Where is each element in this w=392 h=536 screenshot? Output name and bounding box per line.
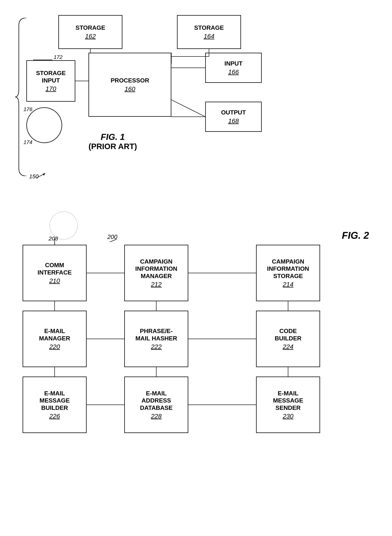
phrasehasher-label: PHRASE/E-MAIL HASHER bbox=[135, 327, 177, 342]
output168-number: 168 bbox=[228, 117, 239, 125]
box-comm210: COMMINTERFACE 210 bbox=[23, 245, 87, 301]
box-input166: INPUT 166 bbox=[205, 53, 262, 83]
codebuilder-label: CODEBUILDER bbox=[275, 327, 301, 342]
fig1-label: FIG. 1 bbox=[89, 132, 137, 142]
indicator-172 bbox=[33, 56, 56, 62]
box-emailmanager220: E-MAILMANAGER 220 bbox=[23, 311, 87, 367]
storage164-label: STORAGE bbox=[194, 24, 224, 31]
processor-label: PROCESSOR bbox=[111, 77, 149, 84]
box-emailaddrdb228: E-MAILADDRESSDATABASE 228 bbox=[124, 377, 188, 433]
campaignmgr-label: CAMPAIGNINFORMATIONMANAGER bbox=[135, 258, 177, 280]
label-176: 176 bbox=[23, 106, 32, 112]
emailaddrdb-number: 228 bbox=[151, 412, 162, 420]
box-processor160: PROCESSOR 160 bbox=[89, 53, 171, 117]
campinfostorage-number: 214 bbox=[283, 281, 294, 288]
phrasehasher-number: 222 bbox=[151, 343, 162, 350]
arrow-150 bbox=[37, 172, 48, 180]
fig1-sub: (PRIOR ART) bbox=[89, 142, 137, 151]
comm210-label: COMMINTERFACE bbox=[37, 261, 72, 276]
svg-line-12 bbox=[105, 239, 117, 242]
box-output168: OUTPUT 168 bbox=[205, 102, 262, 132]
label-174: 174 bbox=[23, 139, 32, 145]
emailsender-number: 230 bbox=[283, 412, 294, 420]
arrow-200 bbox=[102, 233, 121, 242]
emailmanager-label: E-MAILMANAGER bbox=[39, 327, 70, 342]
campinfostorage-label: CAMPAIGNINFORMATIONSTORAGE bbox=[267, 258, 309, 280]
storage162-number: 162 bbox=[85, 33, 96, 40]
emailaddrdb-label: E-MAILADDRESSDATABASE bbox=[140, 390, 173, 411]
diagram-container: 150 STORAGE 162 STORAGE 164 STORAGEINPUT… bbox=[0, 0, 392, 536]
box-emailsender230: E-MAILMESSAGESENDER 230 bbox=[256, 377, 320, 433]
box-campinfostorage214: CAMPAIGNINFORMATIONSTORAGE 214 bbox=[256, 245, 320, 301]
box-campaignmgr212: CAMPAIGNINFORMATIONMANAGER 212 bbox=[124, 245, 188, 301]
storage162-label: STORAGE bbox=[75, 24, 105, 31]
output168-label: OUTPUT bbox=[221, 109, 246, 116]
input166-number: 166 bbox=[228, 68, 239, 76]
svg-line-10 bbox=[171, 100, 205, 117]
fig1-area: 150 STORAGE 162 STORAGE 164 STORAGEINPUT… bbox=[8, 8, 365, 196]
emailmsgbuilder-label: E-MAILMESSAGEBUILDER bbox=[40, 390, 70, 411]
emailmsgbuilder-number: 226 bbox=[49, 412, 60, 420]
box-storage162: STORAGE 162 bbox=[58, 15, 122, 49]
box-emailmsgbuilder226: E-MAILMESSAGEBUILDER 226 bbox=[23, 377, 87, 433]
comm210-number: 210 bbox=[49, 277, 60, 284]
brace-svg bbox=[13, 18, 28, 176]
fig2-caption: FIG. 2 bbox=[342, 230, 369, 241]
processor-number: 160 bbox=[125, 85, 135, 93]
storage164-number: 164 bbox=[204, 33, 215, 40]
codebuilder-number: 224 bbox=[283, 343, 294, 350]
box-storage-input170: STORAGEINPUT 170 bbox=[26, 60, 75, 102]
storageinput-label: STORAGEINPUT bbox=[36, 70, 66, 84]
campaignmgr-number: 212 bbox=[151, 281, 162, 288]
box-phrasehasher222: PHRASE/E-MAIL HASHER 222 bbox=[124, 311, 188, 367]
fig2-area: FIG. 2 200 208 COMMINTERFACE 210 E-MAILM… bbox=[8, 222, 384, 523]
fig1-caption-area: FIG. 1 (PRIOR ART) bbox=[89, 132, 137, 151]
box-storage164: STORAGE 164 bbox=[177, 15, 241, 49]
storageinput-number: 170 bbox=[46, 85, 56, 93]
emailsender-label: E-MAILMESSAGESENDER bbox=[273, 390, 303, 411]
emailmanager-number: 220 bbox=[49, 343, 60, 350]
label-208: 208 bbox=[49, 235, 58, 242]
input166-label: INPUT bbox=[224, 60, 243, 67]
box-codebuilder224: CODEBUILDER 224 bbox=[256, 311, 320, 367]
disk-174 bbox=[26, 107, 62, 143]
